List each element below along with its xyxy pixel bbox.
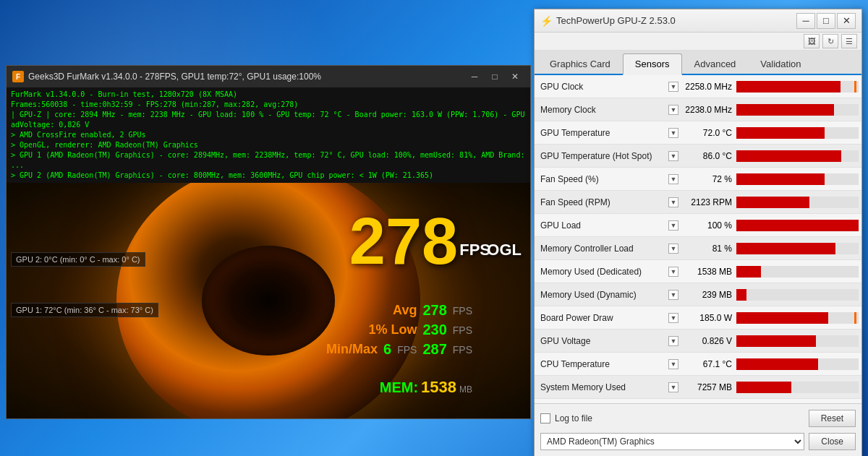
sensor-row: GPU Clock▼2258.0 MHz — [535, 75, 861, 98]
mem-value: 1538 — [421, 378, 456, 397]
max-value: 287 — [422, 341, 446, 358]
sensor-bar-container — [736, 150, 859, 162]
sensor-value: 100 % — [678, 220, 736, 231]
sensor-row: GPU Temperature (Hot Spot)▼86.0 °C — [535, 145, 861, 168]
furmark-info-bar: FurMark v1.34.0.0 - Burn-in test, 1280x7… — [7, 87, 530, 183]
sensor-row: Memory Clock▼2238.0 MHz — [535, 98, 861, 121]
furmark-info-line6: > GPU 1 (AMD Radeon(TM) Graphics) - core… — [11, 150, 526, 171]
gpu-temp-2-overlay: GPU 1: 72°C (min: 36° C - max: 73° C) — [11, 303, 158, 317]
sensor-value: 72 % — [678, 174, 736, 184]
sensors-list: GPU Clock▼2258.0 MHzMemory Clock▼2238.0 … — [535, 75, 861, 403]
sensor-max-marker — [854, 81, 856, 93]
tab-advanced[interactable]: Advanced — [682, 53, 749, 74]
max-unit: FPS — [453, 344, 472, 356]
sensor-value: 86.0 °C — [678, 151, 736, 161]
gpuz-close-bottom-button[interactable]: Close — [809, 433, 856, 450]
furmark-info-line4: > AMD CrossFire enabled, 2 GPUs — [11, 130, 526, 140]
fps-unit-label: FPS — [459, 241, 490, 259]
sensor-dropdown-button[interactable]: ▼ — [668, 244, 678, 254]
sensor-dropdown-button[interactable]: ▼ — [668, 174, 678, 184]
sensor-dropdown-button[interactable]: ▼ — [668, 290, 678, 300]
sensor-bar — [736, 127, 825, 139]
gpuz-log-row: Log to file Reset — [540, 410, 856, 427]
sensor-dropdown-button[interactable]: ▼ — [668, 197, 678, 207]
sensor-bar-container — [736, 104, 859, 116]
sensor-bar-container — [736, 335, 859, 347]
tab-graphics-card[interactable]: Graphics Card — [537, 53, 623, 74]
avg-value: 278 — [422, 302, 446, 319]
sensor-row: Memory Controller Load▼81 % — [535, 237, 861, 260]
sensor-name-text: Board Power Draw — [540, 313, 613, 323]
min-value: 6 — [383, 341, 391, 358]
sensor-dropdown-button[interactable]: ▼ — [668, 220, 678, 231]
sensor-value: 67.1 °C — [678, 359, 736, 369]
gpuz-menu-button[interactable]: ☰ — [841, 34, 857, 48]
avg-row: Avg 278 FPS — [326, 302, 472, 319]
furmark-info-line1: FurMark v1.34.0.0 - Burn-in test, 1280x7… — [11, 90, 526, 100]
gpuz-close-button[interactable]: ✕ — [837, 13, 856, 29]
gpuz-toolbar: 🖼 ↻ ☰ — [535, 33, 861, 51]
sensor-dropdown-button[interactable]: ▼ — [668, 82, 678, 92]
furmark-close-button[interactable]: ✕ — [506, 69, 524, 85]
sensor-bar — [736, 104, 834, 116]
gpu-select[interactable]: AMD Radeon(TM) Graphics — [540, 433, 804, 450]
sensor-bar — [736, 150, 841, 162]
furmark-window-controls: ─ □ ✕ — [465, 69, 524, 85]
gpuz-titlebar: ⚡ TechPowerUp GPU-Z 2.53.0 ─ □ ✕ — [535, 9, 861, 33]
sensor-bar-container — [736, 81, 859, 93]
sensor-name-text: Memory Clock — [540, 105, 596, 115]
gpuz-window: ⚡ TechPowerUp GPU-Z 2.53.0 ─ □ ✕ 🖼 ↻ ☰ G… — [534, 9, 862, 456]
sensor-name-text: GPU Temperature — [540, 128, 610, 138]
sensor-bar — [736, 312, 828, 324]
furmark-render-area: 278 FPS OGL Avg 278 FPS 1% Low 230 FPS M… — [7, 183, 530, 418]
tab-sensors[interactable]: Sensors — [623, 53, 682, 75]
sensor-dropdown-button[interactable]: ▼ — [668, 336, 678, 346]
sensor-dropdown-button[interactable]: ▼ — [668, 267, 678, 277]
sensor-bar-container — [736, 197, 859, 208]
sensor-row: Fan Speed (RPM)▼2123 RPM — [535, 191, 861, 214]
sensor-dropdown-button[interactable]: ▼ — [668, 151, 678, 161]
sensor-dropdown-button[interactable]: ▼ — [668, 359, 678, 369]
sensor-bar-container — [736, 289, 859, 301]
tab-validation[interactable]: Validation — [748, 53, 813, 74]
avg-unit: FPS — [453, 305, 472, 317]
sensor-bar — [736, 173, 825, 185]
sensor-row: GPU Temperature▼72.0 °C — [535, 121, 861, 145]
gpuz-maximize-button[interactable]: □ — [817, 13, 835, 29]
gpuz-screenshot-button[interactable]: 🖼 — [804, 34, 820, 48]
sensor-row: Fan Speed (%)▼72 % — [535, 168, 861, 191]
mem-unit: MB — [459, 384, 472, 395]
log-to-file-checkbox[interactable] — [540, 413, 550, 423]
sensor-value: 81 % — [678, 244, 736, 254]
sensor-bar — [736, 382, 791, 393]
sensor-value: 1538 MB — [678, 267, 736, 277]
sensor-dropdown-button[interactable]: ▼ — [668, 105, 678, 115]
gpuz-refresh-button[interactable]: ↻ — [822, 34, 838, 48]
sensor-bar-container — [736, 358, 859, 370]
minmax-row: Min/Max 6 FPS 287 FPS — [326, 341, 472, 358]
sensor-value: 2238.0 MHz — [678, 105, 736, 115]
sensor-dropdown-button[interactable]: ▼ — [668, 128, 678, 138]
gpu-temp-1-overlay: GPU 2: 0°C (min: 0° C - max: 0° C) — [11, 252, 145, 267]
min-unit: FPS — [397, 344, 417, 356]
furmark-minimize-button[interactable]: ─ — [465, 69, 484, 85]
gpuz-tabs: Graphics Card Sensors Advanced Validatio… — [535, 51, 861, 75]
sensor-dropdown-button[interactable]: ▼ — [668, 313, 678, 323]
sensor-bar-container — [736, 266, 859, 278]
gpuz-minimize-button[interactable]: ─ — [796, 13, 815, 29]
low-value: 230 — [422, 322, 446, 338]
reset-button[interactable]: Reset — [809, 410, 856, 427]
furmark-maximize-button[interactable]: □ — [485, 69, 504, 85]
sensor-bar — [736, 266, 761, 278]
sensor-dropdown-button[interactable]: ▼ — [668, 382, 678, 392]
sensor-max-marker — [854, 312, 856, 324]
sensor-bar-container — [736, 127, 859, 139]
low-row: 1% Low 230 FPS — [326, 322, 472, 338]
sensor-name-text: CPU Temperature — [540, 359, 610, 369]
furmark-icon: F — [12, 71, 24, 82]
furmark-info-line5: > OpenGL, renderer: AMD Radeon(TM) Graph… — [11, 140, 526, 150]
low-label: 1% Low — [368, 322, 417, 337]
gpuz-bottom-panel: Log to file Reset AMD Radeon(TM) Graphic… — [535, 403, 861, 456]
sensor-bar — [736, 220, 859, 231]
gpuz-card-row: AMD Radeon(TM) Graphics Close — [540, 433, 856, 450]
